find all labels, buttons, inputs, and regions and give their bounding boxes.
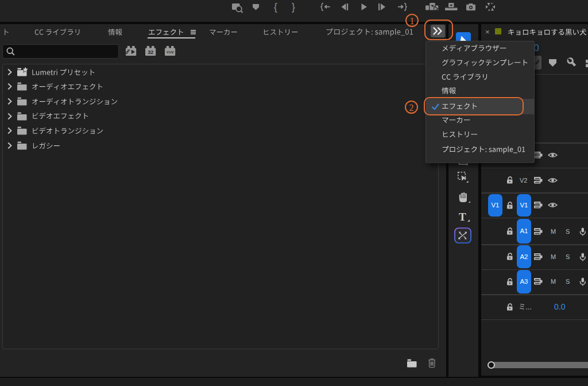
svg-text:YUV: YUV	[167, 50, 175, 54]
svg-text:32: 32	[148, 49, 153, 55]
